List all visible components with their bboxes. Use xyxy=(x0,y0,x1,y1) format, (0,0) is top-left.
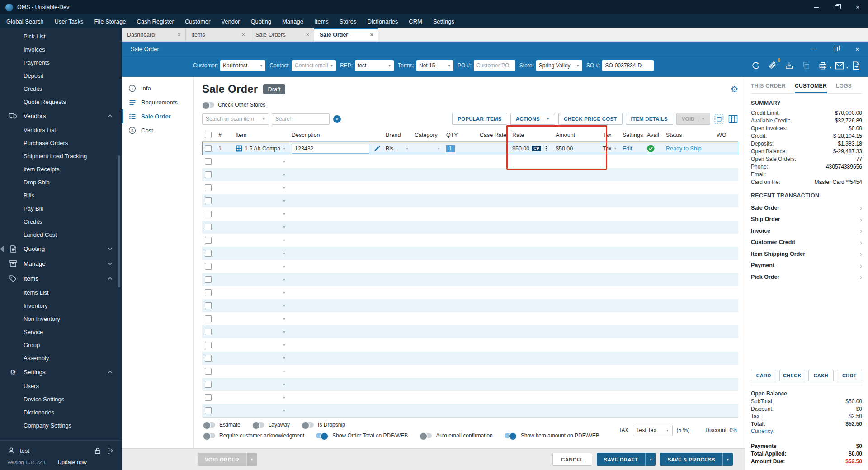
description-cell[interactable]: 123432 xyxy=(289,142,383,155)
pay-check-button[interactable]: CHECK xyxy=(779,370,805,381)
menu-quoting[interactable]: Quoting xyxy=(250,18,271,25)
panel-tab-this-order[interactable]: THIS ORDER xyxy=(751,83,786,93)
toolbar-popular-items-button[interactable]: POPULAR ITEMS xyxy=(452,113,507,125)
table-row-empty[interactable]: ▼ xyxy=(202,155,738,168)
row-checkbox[interactable] xyxy=(202,391,216,404)
row-checkbox[interactable] xyxy=(202,234,216,247)
recent-item-shipping-order[interactable]: Item Shipping Order› xyxy=(751,248,862,260)
menu-dictionaries[interactable]: Dictionaries xyxy=(367,18,398,25)
recent-customer-credit[interactable]: Customer Credit› xyxy=(751,237,862,249)
row-checkbox[interactable] xyxy=(202,325,216,338)
row-checkbox[interactable] xyxy=(202,299,216,312)
nav-info[interactable]: Info xyxy=(122,81,193,95)
description-input[interactable]: 123432 xyxy=(292,144,369,154)
toggle-estimate[interactable] xyxy=(203,422,215,428)
chevron-down-icon[interactable]: ▼ xyxy=(283,304,286,307)
checkbox[interactable] xyxy=(205,276,212,283)
sidebar-item-assembly[interactable]: Assembly xyxy=(0,352,122,365)
update-link[interactable]: Update now xyxy=(58,459,87,465)
email-icon[interactable]: ▼ xyxy=(835,61,844,70)
check-other-stores-toggle[interactable] xyxy=(202,102,214,108)
sidebar-section-items[interactable]: Items xyxy=(0,271,122,286)
pay-crdt-button[interactable]: CRDT xyxy=(837,370,862,381)
settings-cell[interactable]: Edit xyxy=(620,142,644,155)
nav-sale-order[interactable]: Sale Order xyxy=(122,109,193,123)
chevron-down-icon[interactable]: ▼ xyxy=(283,252,286,255)
chevron-down-icon[interactable]: ▼ xyxy=(283,160,286,163)
menu-customer[interactable]: Customer xyxy=(185,18,210,25)
tab-sale-orders[interactable]: Sale Orders× xyxy=(250,28,314,41)
table-row-empty[interactable]: ▼ xyxy=(202,312,738,325)
chevron-down-icon[interactable]: ▼ xyxy=(283,173,286,176)
checkbox[interactable] xyxy=(205,407,212,414)
chevron-down-icon[interactable]: ▼ xyxy=(283,357,286,360)
chevron-down-icon[interactable]: ▼ xyxy=(722,453,733,466)
edit-link[interactable]: Edit xyxy=(623,146,632,152)
sidebar-item-deposit[interactable]: Deposit xyxy=(0,69,122,82)
sidebar-item-quote-requests[interactable]: Quote Requests xyxy=(0,95,122,108)
checkbox[interactable] xyxy=(205,329,212,335)
close-tab-icon[interactable]: × xyxy=(241,31,245,38)
recent-invoice[interactable]: Invoice› xyxy=(751,225,862,237)
sidebar-item-credits[interactable]: Credits xyxy=(0,82,122,95)
terms-select[interactable]: Net 15▼ xyxy=(416,60,453,71)
toggle-show-order-total-on-pdf-web[interactable] xyxy=(316,433,328,438)
table-row-empty[interactable]: ▼ xyxy=(202,338,738,352)
export-icon[interactable] xyxy=(851,61,861,70)
toggle-layaway[interactable] xyxy=(252,422,264,428)
row-checkbox[interactable] xyxy=(202,404,216,417)
chevron-down-icon[interactable]: ▼ xyxy=(283,343,286,347)
customer-select[interactable]: Karinatest▼ xyxy=(220,60,265,71)
sidebar-item-inventory[interactable]: Inventory xyxy=(0,299,122,312)
table-row-empty[interactable]: ▼ xyxy=(202,221,738,234)
row-checkbox[interactable] xyxy=(202,155,216,168)
row-checkbox[interactable] xyxy=(202,312,216,325)
sidebar-item-items-list[interactable]: Items List xyxy=(0,286,122,299)
table-row-empty[interactable]: ▼ xyxy=(202,286,738,299)
sidebar-item-group[interactable]: Group xyxy=(0,338,122,352)
checkbox[interactable] xyxy=(205,302,212,309)
row-checkbox[interactable] xyxy=(202,273,216,286)
table-row-empty[interactable]: ▼ xyxy=(202,299,738,312)
table-row-empty[interactable]: ▼ xyxy=(202,325,738,338)
contact-select[interactable]: Contact email▼ xyxy=(292,60,336,71)
table-row[interactable]: 11.5 Ah Compa▼123432Bis...▼▼1$50.00CP⋮$5… xyxy=(202,142,738,155)
menu-crm[interactable]: CRM xyxy=(409,18,422,25)
chevron-down-icon[interactable]: ▼ xyxy=(829,66,832,69)
menu-settings[interactable]: Settings xyxy=(433,18,454,25)
rate-menu-icon[interactable]: ⋮ xyxy=(543,145,549,152)
checkbox[interactable] xyxy=(205,263,212,270)
currency-link[interactable]: Currency: xyxy=(751,428,862,435)
checkbox[interactable] xyxy=(205,355,212,362)
case-rate-cell[interactable] xyxy=(477,142,509,155)
checkbox[interactable] xyxy=(205,132,212,138)
checkbox[interactable] xyxy=(205,342,212,348)
chevron-down-icon[interactable]: ▼ xyxy=(283,278,286,281)
checkbox[interactable] xyxy=(205,289,212,296)
row-checkbox[interactable] xyxy=(202,260,216,273)
toggle-require-customer-acknowledgment[interactable] xyxy=(203,433,215,438)
po-input[interactable]: Customer PO xyxy=(474,60,515,71)
chevron-down-icon[interactable]: ▼ xyxy=(283,147,286,150)
sidebar-item-drop-ship[interactable]: Drop Ship xyxy=(0,176,122,189)
table-row-empty[interactable]: ▼ xyxy=(202,378,738,391)
sidebar-item-shipment-load-tracking[interactable]: Shipment Load Tracking xyxy=(0,150,122,163)
recent-sale-order[interactable]: Sale Order› xyxy=(751,202,862,214)
table-row-empty[interactable]: ▼ xyxy=(202,168,738,181)
sidebar-item-item-receipts[interactable]: Item Receipts xyxy=(0,163,122,176)
chevron-down-icon[interactable]: ▼ xyxy=(283,186,286,189)
checkbox[interactable] xyxy=(205,184,212,191)
header-checkbox[interactable] xyxy=(202,128,216,141)
sidebar-collapse-handle[interactable] xyxy=(0,246,4,252)
table-row-empty[interactable]: ▼ xyxy=(202,352,738,365)
menu-manage[interactable]: Manage xyxy=(282,18,303,25)
close-tab-icon[interactable]: × xyxy=(177,31,181,38)
gear-icon[interactable]: ⚙ xyxy=(731,84,738,94)
tab-dashboard[interactable]: Dashboard× xyxy=(122,28,186,41)
nav-requirements[interactable]: Requirements xyxy=(122,95,193,109)
checkbox[interactable] xyxy=(205,250,212,257)
panel-tab-logs[interactable]: LOGS xyxy=(836,83,852,93)
menu-items[interactable]: Items xyxy=(314,18,329,25)
row-checkbox[interactable] xyxy=(202,378,216,391)
close-button[interactable]: × xyxy=(847,0,868,14)
